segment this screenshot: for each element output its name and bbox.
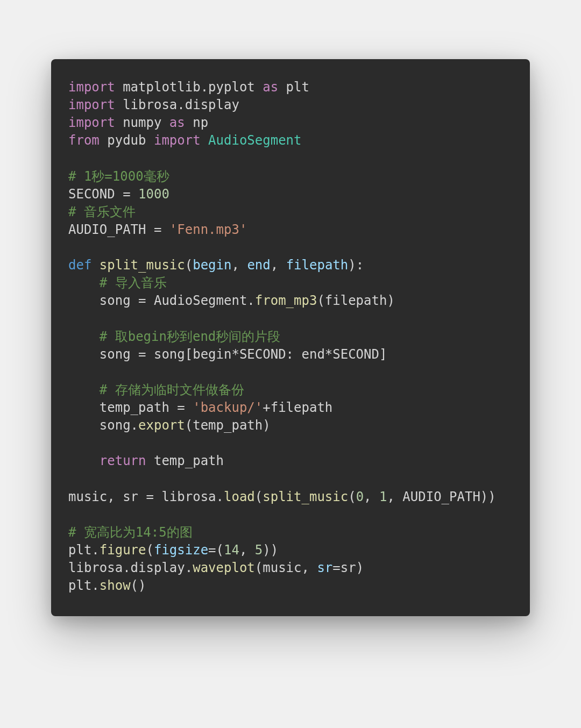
code-token: plt: [278, 80, 309, 95]
code-token: numpy: [115, 115, 169, 130]
code-token: import: [68, 80, 115, 95]
code-token: split_music: [100, 258, 185, 273]
code-token: (): [131, 578, 146, 593]
code-token: [91, 258, 99, 273]
code-token: # 取begin秒到end秒间的片段: [100, 329, 281, 344]
code-token: # 存储为临时文件做备份: [100, 382, 244, 397]
code-token: song = AudioSegment.: [68, 293, 255, 308]
code-token: temp_path =: [68, 400, 193, 415]
code-token: 0: [356, 489, 364, 504]
code-token: ,: [271, 258, 286, 273]
code-token: from: [68, 133, 100, 148]
code-token: [68, 311, 100, 326]
code-token: import: [68, 115, 115, 130]
code-token: [68, 382, 100, 397]
code-token: 5: [255, 543, 263, 558]
code-token: import: [154, 133, 201, 148]
code-token: matplotlib.pyplot: [115, 80, 263, 95]
code-token: from_mp3: [255, 293, 317, 308]
code-token: (music,: [255, 560, 317, 575]
code-token: (filepath): [317, 293, 395, 308]
code-token: as: [169, 115, 185, 130]
code-token: temp_path: [146, 453, 224, 468]
code-token: # 1秒=1000毫秒: [68, 169, 169, 184]
code-token: , AUDIO_PATH)): [387, 489, 495, 504]
code-token: [68, 453, 100, 468]
code-token: ,: [364, 489, 379, 504]
code-token: def: [68, 258, 91, 273]
code-token: [68, 365, 100, 380]
code-token: ,: [231, 258, 247, 273]
code-token: load: [224, 489, 255, 504]
code-block: import matplotlib.pyplot as plt import l…: [51, 59, 530, 616]
code-token: AUDIO_PATH =: [68, 222, 169, 237]
code-token: sr: [317, 560, 332, 575]
code-token: song = song[begin*SECOND: end*SECOND]: [68, 347, 387, 362]
code-token: ,: [239, 543, 255, 558]
code-token: 'backup/': [193, 400, 263, 415]
code-token: 14: [224, 543, 239, 558]
code-token: song.: [68, 418, 138, 433]
code-token: plt.: [68, 578, 100, 593]
code-token: import: [68, 97, 115, 112]
code-token: [68, 329, 100, 344]
code-token: # 音乐文件: [68, 204, 136, 219]
code-token: waveplot: [193, 560, 255, 575]
code-token: )): [263, 543, 278, 558]
code-token: (temp_path): [185, 418, 271, 433]
code-token: +filepath: [263, 400, 332, 415]
code-token: show: [100, 578, 131, 593]
code-token: export: [138, 418, 185, 433]
code-token: ):: [348, 258, 364, 273]
code-token: figure: [100, 543, 146, 558]
code-token: end: [247, 258, 270, 273]
code-token: return: [100, 453, 146, 468]
code-token: (: [348, 489, 356, 504]
code-token: pydub: [100, 133, 154, 148]
code-token: 'Fenn.mp3': [169, 222, 247, 237]
code-token: librosa.display.: [68, 560, 193, 575]
code-token: (: [185, 258, 193, 273]
code-token: 1: [379, 489, 387, 504]
code-token: music, sr = librosa.: [68, 489, 224, 504]
code-content: import matplotlib.pyplot as plt import l…: [68, 78, 513, 595]
code-token: (: [255, 489, 263, 504]
code-token: AudioSegment: [201, 133, 302, 148]
code-token: # 宽高比为14:5的图: [68, 525, 193, 540]
code-token: SECOND =: [68, 187, 138, 202]
code-token: plt.: [68, 543, 100, 558]
code-token: (: [146, 543, 154, 558]
code-token: as: [263, 80, 278, 95]
code-token: librosa.display: [115, 97, 239, 112]
code-token: split_music: [263, 489, 348, 504]
code-token: begin: [193, 258, 231, 273]
code-token: =sr): [332, 560, 364, 575]
code-token: np: [185, 115, 208, 130]
code-token: 1000: [138, 187, 169, 202]
code-token: =(: [208, 543, 224, 558]
code-token: [68, 436, 100, 451]
code-token: # 导入音乐: [100, 275, 167, 290]
code-token: [68, 275, 100, 290]
code-token: filepath: [286, 258, 349, 273]
code-token: figsize: [154, 543, 208, 558]
